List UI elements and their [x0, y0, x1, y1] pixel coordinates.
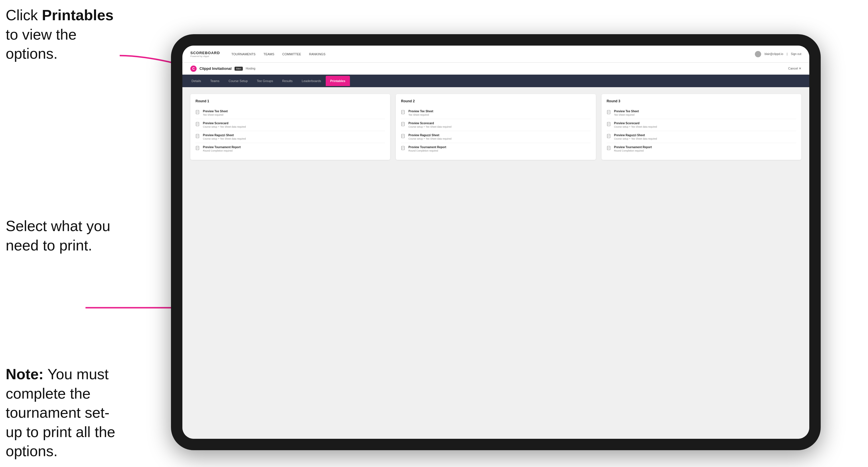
round-3-section: Round 3 Preview Tee Sheet Tee Sheet requ…	[601, 94, 801, 160]
round2-tournament-report[interactable]: Preview Tournament Report Round Completi…	[401, 143, 590, 155]
logo-sub: Powered by clippd	[190, 55, 220, 58]
round1-tournament-report[interactable]: Preview Tournament Report Round Completi…	[195, 143, 385, 155]
tournament-bar: C Clippd Invitational Men Hosting Cancel…	[182, 63, 809, 75]
round3-scorecard-title: Preview Scorecard	[614, 122, 657, 125]
round-1-section: Round 1 Preview Tee Sheet Tee Sheet requ…	[190, 94, 390, 160]
round2-scorecard-title: Preview Scorecard	[408, 122, 452, 125]
document-icon	[401, 122, 405, 127]
document-icon	[195, 122, 200, 127]
round3-tee-sheet[interactable]: Preview Tee Sheet Tee Sheet required	[607, 107, 796, 119]
round3-report-title: Preview Tournament Report	[614, 146, 652, 149]
tournament-name: Clippd Invitational	[199, 66, 232, 71]
round-1-title: Round 1	[195, 99, 385, 103]
round3-raguzzi[interactable]: Preview Raguzzi Sheet Course setup + Tee…	[607, 131, 796, 143]
round3-scorecard[interactable]: Preview Scorecard Course setup + Tee She…	[607, 119, 796, 131]
annotation-top: Click Printables to view the options.	[6, 6, 125, 64]
logo-title: SCOREBOARD	[190, 51, 220, 55]
sign-out-link[interactable]: Sign out	[791, 53, 801, 56]
document-icon	[401, 134, 405, 139]
round2-raguzzi[interactable]: Preview Raguzzi Sheet Course setup + Tee…	[401, 131, 590, 143]
tablet-device: SCOREBOARD Powered by clippd TOURNAMENTS…	[171, 34, 821, 450]
document-icon	[401, 110, 405, 115]
document-icon	[195, 146, 200, 151]
round3-raguzzi-sub: Course setup + Tee Sheet data required	[614, 137, 657, 140]
cancel-button[interactable]: Cancel ✕	[788, 67, 801, 70]
tab-printables[interactable]: Printables	[326, 76, 350, 86]
round2-raguzzi-title: Preview Raguzzi Sheet	[408, 134, 452, 137]
round3-tee-sheet-sub: Tee Sheet required	[614, 114, 639, 116]
annotation-bold: Printables	[42, 7, 114, 23]
round1-report-title: Preview Tournament Report	[203, 146, 241, 149]
user-email: blair@clippd.io	[765, 53, 783, 56]
separator: |	[787, 53, 788, 56]
annotation-middle-text: Select what you need to print.	[6, 218, 110, 254]
round2-tee-sheet[interactable]: Preview Tee Sheet Tee Sheet required	[401, 107, 590, 119]
main-content: Round 1 Preview Tee Sheet Tee Sheet requ…	[182, 87, 809, 439]
tab-leaderboards[interactable]: Leaderboards	[297, 76, 326, 86]
document-icon	[607, 122, 611, 127]
round2-report-sub: Round Completion required	[408, 149, 446, 152]
document-icon	[607, 110, 611, 115]
top-nav: SCOREBOARD Powered by clippd TOURNAMENTS…	[182, 45, 809, 63]
round3-report-sub: Round Completion required	[614, 149, 652, 152]
top-nav-links: TOURNAMENTS TEAMS COMMITTEE RANKINGS	[231, 53, 326, 56]
nav-committee[interactable]: COMMITTEE	[282, 53, 301, 56]
round3-raguzzi-title: Preview Raguzzi Sheet	[614, 134, 657, 137]
tab-tee-groups[interactable]: Tee Groups	[252, 76, 278, 86]
round1-tee-sheet-sub: Tee Sheet required	[203, 114, 228, 116]
nav-tournaments[interactable]: TOURNAMENTS	[231, 53, 256, 56]
round-3-title: Round 3	[607, 99, 796, 103]
round1-raguzzi[interactable]: Preview Raguzzi Sheet Course setup + Tee…	[195, 131, 385, 143]
round-2-title: Round 2	[401, 99, 590, 103]
tab-teams[interactable]: Teams	[206, 76, 224, 86]
round1-scorecard-sub: Course setup + Tee Sheet data required	[203, 125, 246, 128]
sub-nav: Details Teams Course Setup Tee Groups Re…	[182, 75, 809, 87]
document-icon	[607, 134, 611, 139]
round1-tee-sheet-title: Preview Tee Sheet	[203, 110, 228, 113]
annotation-middle: Select what you need to print.	[6, 217, 125, 255]
round2-tee-sheet-sub: Tee Sheet required	[408, 114, 433, 116]
tournament-title: C Clippd Invitational Men Hosting	[190, 65, 255, 72]
document-icon	[195, 110, 200, 115]
scoreboard-logo: SCOREBOARD Powered by clippd	[190, 51, 220, 58]
annotation-bottom: Note: You must complete the tournament s…	[6, 365, 125, 461]
round1-raguzzi-sub: Course setup + Tee Sheet data required	[203, 137, 246, 140]
tournament-badge: Men	[235, 67, 243, 71]
round2-tee-sheet-title: Preview Tee Sheet	[408, 110, 433, 113]
round1-scorecard[interactable]: Preview Scorecard Course setup + Tee She…	[195, 119, 385, 131]
document-icon	[607, 146, 611, 151]
round1-tee-sheet[interactable]: Preview Tee Sheet Tee Sheet required	[195, 107, 385, 119]
tablet-screen: SCOREBOARD Powered by clippd TOURNAMENTS…	[182, 45, 809, 439]
document-icon	[195, 134, 200, 139]
tab-results[interactable]: Results	[278, 76, 297, 86]
rounds-grid: Round 1 Preview Tee Sheet Tee Sheet requ…	[190, 94, 801, 160]
round2-raguzzi-sub: Course setup + Tee Sheet data required	[408, 137, 452, 140]
round2-report-title: Preview Tournament Report	[408, 146, 446, 149]
annotation-top-text: Click Printables to view the options.	[6, 7, 114, 62]
annotation-bottom-text: Note: You must complete the tournament s…	[6, 366, 115, 459]
round2-scorecard-sub: Course setup + Tee Sheet data required	[408, 125, 452, 128]
round3-tee-sheet-title: Preview Tee Sheet	[614, 110, 639, 113]
tab-course-setup[interactable]: Course Setup	[224, 76, 252, 86]
hosting-badge: Hosting	[246, 67, 255, 70]
round1-scorecard-title: Preview Scorecard	[203, 122, 246, 125]
nav-teams[interactable]: TEAMS	[264, 53, 274, 56]
round3-tournament-report[interactable]: Preview Tournament Report Round Completi…	[607, 143, 796, 155]
round3-scorecard-sub: Course setup + Tee Sheet data required	[614, 125, 657, 128]
round-2-section: Round 2 Preview Tee Sheet Tee Sheet requ…	[396, 94, 596, 160]
tab-details[interactable]: Details	[187, 76, 206, 86]
user-avatar	[755, 51, 761, 57]
top-nav-left: SCOREBOARD Powered by clippd TOURNAMENTS…	[190, 51, 326, 58]
top-nav-right: blair@clippd.io | Sign out	[755, 51, 801, 57]
document-icon	[401, 146, 405, 151]
nav-rankings[interactable]: RANKINGS	[309, 53, 326, 56]
round2-scorecard[interactable]: Preview Scorecard Course setup + Tee She…	[401, 119, 590, 131]
round1-raguzzi-title: Preview Raguzzi Sheet	[203, 134, 246, 137]
c-logo: C	[190, 65, 197, 72]
round1-report-sub: Round Completion required	[203, 149, 241, 152]
